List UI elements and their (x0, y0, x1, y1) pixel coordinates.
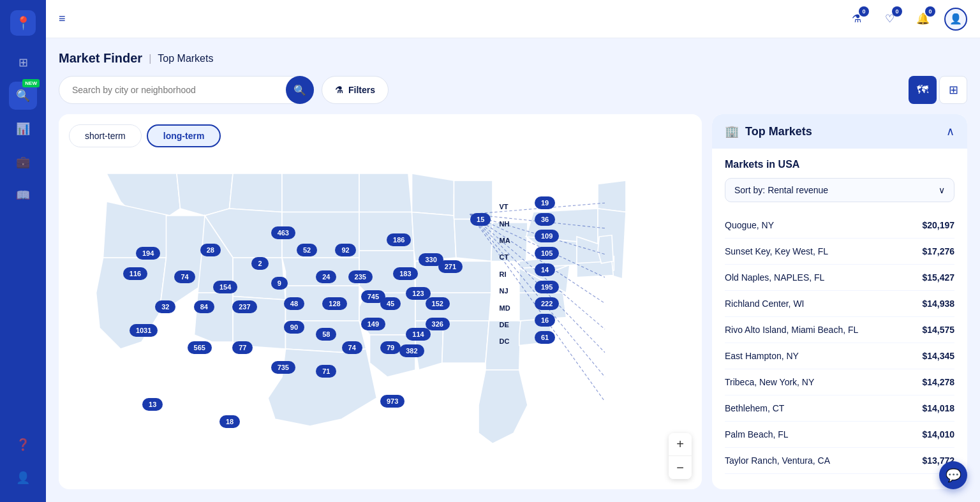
grid-view-button[interactable]: ⊞ (939, 76, 967, 104)
svg-marker-43 (598, 235, 613, 263)
header-right: ⚗ 0 ♡ 0 🔔 0 👤 (845, 8, 967, 31)
grid-icon: ⊞ (949, 83, 958, 97)
map-view-button[interactable]: 🗺 (909, 76, 937, 104)
market-item[interactable]: Rivo Alto Island, Miami Beach, FL $14,57… (725, 317, 954, 343)
market-item[interactable]: Richland Center, WI $14,938 (725, 291, 954, 317)
market-item[interactable]: East Hampton, NY $14,345 (725, 343, 954, 369)
market-item[interactable]: Tribeca, New York, NY $14,278 (725, 369, 954, 395)
breadcrumb-title: Market Finder (59, 51, 142, 66)
user-icon: 👤 (949, 13, 962, 25)
search-input[interactable] (59, 76, 314, 104)
svg-marker-22 (412, 173, 454, 216)
notifications-button[interactable]: 🔔 0 (911, 8, 934, 31)
tab-long-term[interactable]: long-term (147, 124, 221, 147)
svg-marker-29 (415, 321, 443, 370)
map-container: 1942846352921861167421549242351833302711… (59, 152, 702, 489)
map-area: short-term long-term (59, 114, 702, 489)
right-panel-body: Markets in USA Sort by: Rental revenue ∨… (712, 149, 967, 484)
zoom-out-button[interactable]: − (669, 456, 692, 479)
long-term-label: long-term (163, 131, 205, 141)
svg-marker-31 (486, 321, 521, 370)
zoom-in-button[interactable]: + (669, 433, 692, 456)
market-item[interactable]: Palm Beach, FL $14,010 (725, 422, 954, 448)
filter-icon-button[interactable]: ⚗ 0 (845, 8, 868, 31)
market-revenue: $20,197 (922, 220, 954, 230)
sort-dropdown[interactable]: Sort by: Rental revenue ∨ (725, 178, 954, 202)
svg-marker-14 (286, 286, 360, 321)
svg-marker-13 (282, 258, 359, 286)
short-term-label: short-term (85, 131, 126, 141)
sidebar-item-education[interactable]: 📖 (9, 181, 37, 209)
svg-marker-21 (370, 335, 416, 377)
wishlist-badge: 0 (892, 6, 902, 17)
analytics-icon: 📊 (16, 122, 30, 136)
profile-icon: 👤 (16, 471, 30, 485)
education-icon: 📖 (16, 188, 30, 202)
wishlist-button[interactable]: ♡ 0 (878, 8, 901, 31)
collapse-button[interactable]: ∧ (946, 124, 954, 138)
breadcrumb-sub: Top Markets (158, 53, 213, 64)
market-revenue: $15,427 (922, 272, 954, 283)
market-item[interactable]: Taylor Ranch, Ventura, CA $13,772 (725, 448, 954, 474)
market-name: Palm Beach, FL (725, 429, 789, 439)
svg-marker-4 (177, 173, 233, 216)
market-item[interactable]: Quogue, NY $20,197 (725, 212, 954, 239)
zoom-controls: + − (669, 433, 692, 479)
svg-marker-32 (479, 370, 528, 444)
sidebar-item-analytics[interactable]: 📊 (9, 115, 37, 143)
svg-marker-25 (454, 216, 493, 262)
sidebar-item-help[interactable]: ❓ (9, 431, 37, 459)
svg-marker-8 (195, 293, 234, 342)
svg-marker-12 (282, 212, 359, 258)
market-revenue: $14,278 (922, 377, 954, 387)
sidebar-item-dashboard[interactable]: ⊞ (9, 48, 37, 77)
market-revenue: $14,010 (922, 429, 954, 439)
market-revenue: $14,575 (922, 325, 954, 335)
svg-marker-39 (598, 181, 626, 212)
market-item[interactable]: Old Naples, NAPLES, FL $15,427 (725, 265, 954, 291)
svg-marker-28 (415, 293, 491, 321)
chat-icon: 💬 (946, 468, 961, 483)
svg-marker-27 (415, 262, 491, 293)
svg-marker-17 (359, 173, 412, 212)
filters-button[interactable]: ⚗ Filters (322, 76, 389, 104)
sidebar-item-portfolio[interactable]: 💼 (9, 148, 37, 176)
avatar-button[interactable]: 👤 (944, 8, 967, 31)
sidebar-logo[interactable]: 📍 (10, 10, 36, 36)
market-revenue: $14,018 (922, 403, 954, 413)
svg-marker-30 (442, 321, 489, 363)
notif-badge: 0 (925, 6, 935, 17)
buildings-icon: 🏢 (725, 124, 739, 138)
right-panel: 🏢 Top Markets ∧ Markets in USA Sort by: … (712, 114, 967, 489)
markets-section-title: Markets in USA (725, 159, 954, 170)
svg-marker-2 (96, 258, 167, 349)
market-name: Sunset Key, Key West, FL (725, 246, 828, 256)
dashboard-icon: ⊞ (19, 55, 28, 70)
view-toggle: 🗺 ⊞ (909, 76, 967, 104)
sidebar-item-profile[interactable]: 👤 (9, 464, 37, 492)
help-icon: ❓ (16, 438, 30, 452)
search-button[interactable]: 🔍 (286, 76, 314, 104)
svg-marker-42 (577, 262, 613, 277)
portfolio-icon: 💼 (16, 155, 30, 169)
content-row: short-term long-term (59, 114, 967, 489)
market-item[interactable]: Bethlehem, CT $14,018 (725, 395, 954, 422)
header: ≡ ⚗ 0 ♡ 0 🔔 0 👤 (46, 0, 980, 38)
svg-marker-9 (233, 258, 286, 300)
map-icon: 🗺 (917, 84, 928, 97)
sidebar-item-search[interactable]: 🔍 NEW (9, 82, 37, 110)
market-item[interactable]: Sunset Key, Key West, FL $17,276 (725, 239, 954, 265)
market-name: Rivo Alto Island, Miami Beach, FL (725, 325, 858, 335)
svg-marker-16 (268, 349, 377, 426)
tab-short-term[interactable]: short-term (69, 124, 142, 147)
hamburger-button[interactable]: ≡ (59, 12, 66, 26)
market-name: Taylor Ranch, Ventura, CA (725, 455, 830, 466)
svg-marker-15 (286, 321, 367, 353)
page-area: Market Finder | Top Markets 🔍 ⚗ Filters … (46, 38, 980, 502)
search-btn-icon: 🔍 (293, 84, 306, 96)
chat-bubble-button[interactable]: 💬 (939, 461, 967, 489)
svg-marker-20 (359, 293, 415, 335)
right-panel-title: 🏢 Top Markets (725, 124, 812, 138)
panel-title-text: Top Markets (745, 125, 812, 138)
market-name: Quogue, NY (725, 220, 774, 230)
